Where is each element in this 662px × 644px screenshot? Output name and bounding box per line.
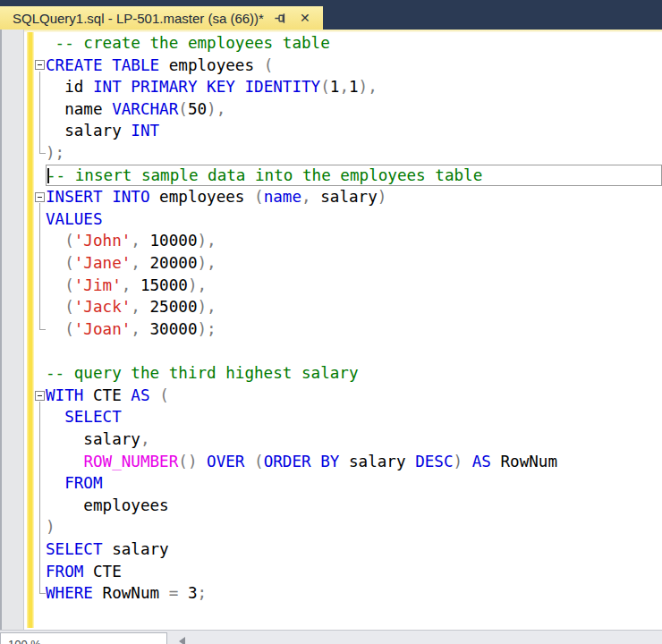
fold-margin — [34, 120, 46, 142]
fold-margin — [34, 451, 46, 473]
code-line[interactable]: WITH CTE AS ( — [34, 385, 662, 407]
code-line[interactable]: id INT PRIMARY KEY IDENTITY(1,1), — [34, 76, 662, 98]
code-text: VALUES — [46, 208, 103, 231]
code-line-content[interactable]: name VARCHAR(50), — [46, 98, 662, 121]
code-line-content[interactable]: employees — [46, 495, 662, 517]
code-line-content[interactable]: CREATE TABLE employees ( — [46, 55, 662, 77]
code-line[interactable]: ('Joan', 30000); — [34, 318, 662, 341]
code-line[interactable]: SELECT — [34, 406, 662, 428]
code-line[interactable]: FROM — [34, 472, 662, 495]
fold-collapse-toggle[interactable] — [35, 391, 45, 401]
fold-margin — [34, 275, 46, 297]
code-text: ('Jane', 20000), — [46, 252, 216, 275]
editor-bottom-bar: 100 % — [0, 630, 662, 644]
code-line[interactable]: -- create the employees table — [34, 32, 662, 55]
zoom-level-select[interactable]: 100 % — [0, 632, 167, 644]
code-line-content[interactable]: ROW_NUMBER() OVER (ORDER BY salary DESC)… — [46, 451, 662, 473]
code-line-content[interactable]: VALUES — [46, 208, 662, 231]
code-line[interactable]: WHERE RowNum = 3; — [34, 582, 662, 605]
code-line-content[interactable]: FROM — [46, 472, 662, 495]
code-line-content[interactable]: ('Jim', 15000), — [46, 275, 662, 297]
zoom-level-value: 100 % — [8, 638, 41, 644]
fold-margin — [34, 296, 46, 318]
code-line[interactable]: SELECT salary — [34, 538, 662, 561]
code-line[interactable]: ('Jane', 20000), — [34, 252, 662, 275]
document-tab[interactable]: SQLQuery1.sql - LP-501.master (sa (66))*… — [0, 6, 323, 30]
code-text: ); — [46, 142, 64, 165]
fold-margin — [34, 516, 46, 538]
fold-margin — [34, 318, 46, 341]
fold-margin — [34, 76, 46, 98]
code-line-content[interactable]: WITH CTE AS ( — [46, 385, 662, 407]
code-line-content[interactable]: salary, — [46, 428, 662, 451]
code-text: salary, — [46, 428, 150, 451]
code-line-content[interactable]: ); — [46, 142, 662, 165]
code-line[interactable]: ROW_NUMBER() OVER (ORDER BY salary DESC)… — [34, 451, 662, 473]
fold-margin — [34, 98, 46, 121]
code-text: employees — [46, 495, 169, 517]
fold-margin — [34, 495, 46, 517]
scroll-left-arrow-icon[interactable] — [179, 637, 185, 644]
breakpoint-gutter[interactable] — [2, 30, 24, 644]
code-line-content[interactable]: id INT PRIMARY KEY IDENTITY(1,1), — [46, 76, 662, 98]
code-text: -- insert sample data into the employees… — [47, 165, 482, 187]
code-editor[interactable]: -- create the employees tableCREATE TABL… — [34, 32, 662, 630]
change-tracking-bar — [27, 32, 34, 628]
ssms-query-editor-window: SQLQuery1.sql - LP-501.master (sa (66))*… — [0, 0, 662, 644]
code-line[interactable]: ('John', 10000), — [34, 230, 662, 252]
fold-margin — [34, 472, 46, 495]
fold-collapse-toggle[interactable] — [35, 192, 45, 202]
pin-icon[interactable] — [274, 11, 288, 25]
code-line[interactable]: VALUES — [34, 208, 662, 231]
code-line[interactable]: -- insert sample data into the employees… — [34, 165, 662, 187]
fold-margin — [34, 428, 46, 451]
code-line-content[interactable]: ) — [46, 516, 662, 538]
code-line[interactable]: salary INT — [34, 120, 662, 142]
code-line-content[interactable]: SELECT salary — [46, 538, 662, 561]
code-line[interactable]: name VARCHAR(50), — [34, 98, 662, 121]
code-text: ('John', 10000), — [46, 230, 216, 252]
code-text: CREATE TABLE employees ( — [46, 55, 273, 77]
code-line[interactable]: -- query the third highest salary — [34, 362, 662, 385]
code-line-content[interactable]: SELECT — [46, 406, 662, 428]
code-line-content[interactable]: salary INT — [46, 120, 662, 142]
code-line-content[interactable]: WHERE RowNum = 3; — [46, 582, 662, 605]
code-text: ('Jack', 25000), — [46, 296, 216, 318]
fold-margin — [34, 406, 46, 428]
close-icon[interactable]: ✕ — [298, 11, 312, 25]
fold-margin — [34, 561, 46, 583]
code-line-content[interactable]: FROM CTE — [46, 561, 662, 583]
code-line-content[interactable]: -- query the third highest salary — [46, 362, 662, 385]
fold-margin — [34, 582, 46, 605]
fold-margin — [34, 385, 46, 407]
code-line[interactable]: ('Jim', 15000), — [34, 275, 662, 297]
fold-margin — [34, 165, 46, 187]
code-line-content[interactable]: -- insert sample data into the employees… — [46, 165, 662, 187]
code-text: salary INT — [46, 120, 159, 142]
code-text: ) — [46, 516, 55, 538]
code-line[interactable] — [34, 341, 662, 363]
code-line[interactable]: ('Jack', 25000), — [34, 296, 662, 318]
code-text: FROM — [46, 472, 103, 495]
fold-margin — [34, 186, 46, 208]
code-line-content[interactable]: ('John', 10000), — [46, 230, 662, 252]
code-line-content[interactable]: -- create the employees table — [46, 32, 662, 55]
fold-margin — [34, 208, 46, 231]
code-line-content[interactable]: ('Jane', 20000), — [46, 252, 662, 275]
code-line[interactable]: salary, — [34, 428, 662, 451]
fold-collapse-toggle[interactable] — [35, 60, 45, 70]
code-line-content[interactable]: INSERT INTO employees (name, salary) — [46, 186, 662, 208]
code-line[interactable]: ); — [34, 142, 662, 165]
code-line[interactable]: FROM CTE — [34, 561, 662, 583]
code-line[interactable]: CREATE TABLE employees ( — [34, 55, 662, 77]
code-text: FROM CTE — [46, 561, 122, 583]
code-line[interactable]: ) — [34, 516, 662, 538]
code-line[interactable]: INSERT INTO employees (name, salary) — [34, 186, 662, 208]
code-text: WITH CTE AS ( — [46, 385, 169, 407]
fold-margin — [34, 341, 46, 363]
code-line-content[interactable]: ('Jack', 25000), — [46, 296, 662, 318]
code-line[interactable]: employees — [34, 495, 662, 517]
fold-margin — [34, 538, 46, 561]
code-line-content[interactable] — [46, 341, 662, 363]
code-line-content[interactable]: ('Joan', 30000); — [46, 318, 662, 341]
